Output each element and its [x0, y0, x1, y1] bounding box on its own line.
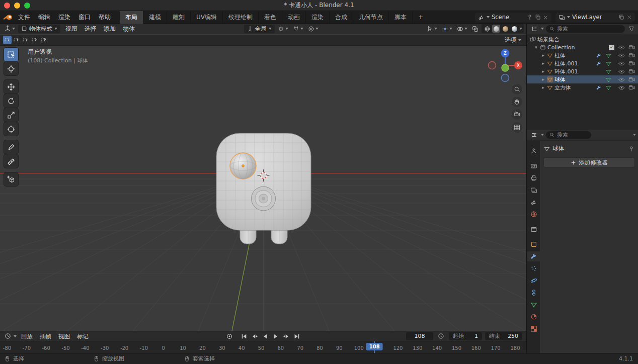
jump-first-button[interactable]	[240, 332, 249, 340]
outliner-row-0[interactable]: 场景集合	[527, 35, 638, 43]
start-frame-field[interactable]: 起始 1	[449, 332, 482, 340]
outliner-row-3[interactable]: ▸柱体.001	[527, 59, 638, 67]
outliner-row-4[interactable]: ▸环体.001	[527, 67, 638, 75]
visibility-toggle[interactable]	[617, 60, 626, 67]
select-mode-subtract[interactable]	[21, 36, 30, 44]
properties-tab-data[interactable]	[527, 300, 540, 310]
viewport-canvas[interactable]	[0, 24, 526, 331]
properties-tab-render[interactable]	[527, 161, 540, 171]
properties-search-input[interactable]: 搜索	[546, 131, 591, 139]
camera-view-button[interactable]	[512, 109, 522, 120]
editor-type-button[interactable]	[529, 26, 539, 32]
visibility-toggle[interactable]	[617, 76, 626, 83]
properties-tab-scene[interactable]	[527, 197, 540, 207]
properties-tab-view-layer[interactable]	[527, 185, 540, 195]
collection-checkbox[interactable]: ✓	[609, 45, 614, 50]
visibility-toggle[interactable]	[617, 84, 626, 91]
xray-toggle[interactable]	[470, 26, 480, 32]
render-visibility-toggle[interactable]	[627, 52, 636, 59]
viewport-menu-3[interactable]: 物体	[119, 24, 138, 34]
workspace-tab-6[interactable]: 动画	[282, 11, 306, 24]
pivot-point-dropdown[interactable]	[276, 26, 290, 32]
expand-arrow-icon[interactable]: ▸	[541, 61, 545, 66]
gizmos-dropdown[interactable]	[440, 26, 454, 32]
tool-move-button[interactable]	[4, 80, 18, 94]
properties-tab-modifiers[interactable]	[527, 251, 540, 261]
jump-last-button[interactable]	[292, 332, 301, 340]
properties-tab-output[interactable]	[527, 173, 540, 183]
blender-logo-icon[interactable]	[3, 14, 13, 21]
proportional-edit-toggle[interactable]	[306, 26, 320, 32]
properties-tab-texture[interactable]	[527, 324, 540, 334]
end-frame-field[interactable]: 结束 250	[485, 332, 522, 340]
next-keyframe-button[interactable]	[282, 332, 291, 340]
render-visibility-toggle[interactable]	[627, 84, 636, 91]
viewport-menu-1[interactable]: 选择	[81, 24, 100, 34]
topbar-menu-2[interactable]: 渲染	[54, 11, 74, 24]
topbar-menu-1[interactable]: 编辑	[34, 11, 54, 24]
shading-wireframe-button[interactable]	[483, 25, 491, 33]
properties-tab-material[interactable]	[527, 312, 540, 322]
properties-tab-physics[interactable]	[527, 276, 540, 286]
tool-scale-button[interactable]	[4, 108, 18, 122]
workspace-tab-8[interactable]: 合成	[330, 11, 353, 24]
outliner-row-1[interactable]: ▾Collection✓	[527, 43, 638, 51]
prev-keyframe-button[interactable]	[250, 332, 259, 340]
expand-arrow-icon[interactable]: ▸	[541, 85, 545, 90]
viewport-menu-0[interactable]: 视图	[62, 24, 81, 34]
expand-arrow-icon[interactable]: ▸	[541, 69, 545, 74]
outliner-row-6[interactable]: ▸立方体	[527, 83, 638, 92]
timeline-menu-2[interactable]: 视图	[55, 331, 73, 341]
selectability-dropdown[interactable]	[425, 26, 439, 32]
select-mode-extend[interactable]	[12, 36, 21, 44]
topbar-menu-3[interactable]: 窗口	[74, 11, 95, 24]
select-mode-invert[interactable]	[30, 36, 39, 44]
properties-tab-constraints[interactable]	[527, 288, 540, 298]
workspace-tab-5[interactable]: 着色	[259, 11, 282, 24]
tool-rotate-button[interactable]	[4, 94, 18, 108]
tool-annotate-button[interactable]	[4, 140, 18, 154]
select-mode-intersect[interactable]	[39, 36, 48, 44]
add-modifier-button[interactable]: 添加修改器	[544, 158, 634, 167]
mode-dropdown[interactable]: 物体模式	[18, 25, 60, 33]
frame-ruler[interactable]: 108 -80-70-60-50-40-30-20-10010203040506…	[0, 341, 526, 353]
visibility-toggle[interactable]	[617, 52, 626, 59]
filter-icon[interactable]	[627, 26, 636, 32]
outliner-search-input[interactable]: 搜索	[546, 25, 625, 33]
workspace-tab-1[interactable]: 建模	[143, 11, 167, 24]
pin-icon[interactable]	[527, 14, 533, 20]
scene-selector[interactable]: Scene	[475, 13, 551, 22]
workspace-tab-3[interactable]: UV编辑	[191, 11, 223, 24]
close-icon[interactable]	[626, 15, 632, 20]
add-workspace-button[interactable]: +	[414, 11, 428, 24]
render-visibility-toggle[interactable]	[627, 60, 636, 67]
properties-tab-object[interactable]	[527, 239, 540, 249]
editor-type-button[interactable]	[529, 132, 539, 138]
expand-arrow-icon[interactable]: ▾	[534, 45, 538, 50]
character-eye-sphere[interactable]	[230, 153, 256, 179]
navigation-gizmo[interactable]: Z X	[486, 47, 525, 86]
shading-material-button[interactable]	[501, 25, 509, 33]
transform-orientation-dropdown[interactable]: 全局	[244, 25, 275, 33]
viewport-menu-2[interactable]: 添加	[100, 24, 119, 34]
tool-measure-button[interactable]	[4, 154, 18, 168]
timeline-menu-0[interactable]: 回放	[18, 331, 36, 341]
tool-add-cube-button[interactable]	[4, 172, 18, 186]
overlays-dropdown[interactable]	[455, 26, 469, 32]
properties-tab-tool[interactable]	[527, 146, 540, 156]
shading-solid-button[interactable]	[492, 25, 500, 33]
playhead-badge[interactable]: 108	[366, 343, 383, 350]
viewport-3d[interactable]: 物体模式 视图选择添加物体 全局 选项	[0, 24, 526, 331]
workspace-tab-10[interactable]: 脚本	[389, 11, 413, 24]
outliner-row-5[interactable]: ▸球体	[527, 75, 638, 83]
auto-key-button[interactable]	[225, 332, 234, 340]
shading-rendered-button[interactable]	[510, 25, 518, 33]
workspace-tab-9[interactable]: 几何节点	[353, 11, 389, 24]
render-visibility-toggle[interactable]	[627, 76, 636, 83]
select-mode-new[interactable]	[3, 36, 12, 44]
properties-tab-world[interactable]	[527, 209, 540, 219]
editor-type-button[interactable]	[3, 25, 17, 32]
expand-arrow-icon[interactable]: ▸	[541, 77, 545, 82]
view-layer-selector[interactable]: ViewLayer	[555, 13, 635, 22]
ortho-toggle-button[interactable]	[512, 122, 522, 133]
